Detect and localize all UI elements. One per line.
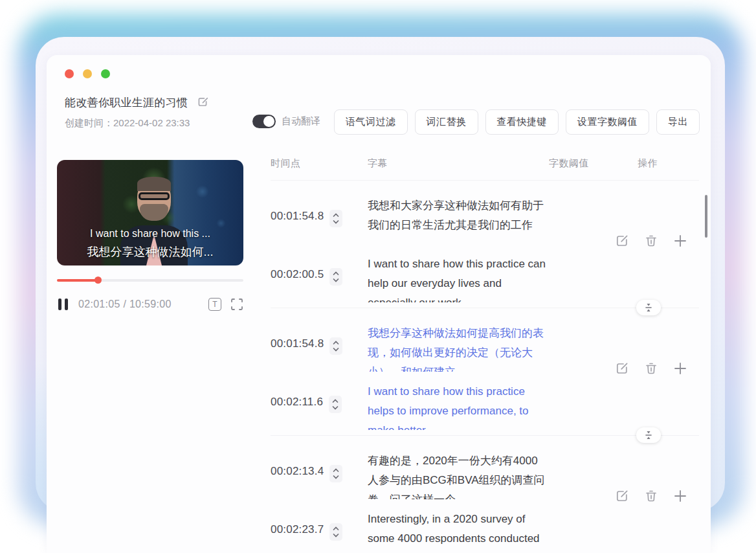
subtitle-text-zh[interactable]: 我想和大家分享这种做法如何有助于我们的日常生活尤其是我们的工作 bbox=[368, 196, 547, 244]
delete-row-icon[interactable] bbox=[644, 361, 658, 378]
subtitle-row-group-translated: 00:01:54.8 我想分享这种做法如何提高我们的表现，如何做出更好的决定（无… bbox=[271, 308, 699, 436]
edit-title-icon[interactable] bbox=[197, 96, 209, 111]
toolbar: 语气词过滤 词汇替换 查看快捷键 设置字数阈值 导出 bbox=[334, 109, 700, 135]
auto-translate-label: 自动翻译 bbox=[282, 115, 320, 128]
shortcut-help-button[interactable]: 查看快捷键 bbox=[485, 109, 559, 135]
edit-row-icon[interactable] bbox=[615, 234, 629, 251]
page-title: 能改善你职业生涯的习惯 bbox=[65, 95, 188, 110]
auto-translate-toggle[interactable] bbox=[252, 115, 276, 128]
timestamp: 00:01:54.8 bbox=[271, 337, 324, 350]
timestamp: 00:01:54.8 bbox=[271, 210, 324, 223]
row-actions bbox=[615, 361, 687, 378]
seek-bar[interactable] bbox=[57, 276, 243, 284]
timestamp: 00:02:23.7 bbox=[271, 523, 324, 536]
toggle-knob bbox=[263, 116, 274, 127]
minimize-window-button[interactable] bbox=[83, 69, 92, 78]
subtitle-text-zh[interactable]: 有趣的是，2020年一份大约有4000人参与的由BCG和BVA组织的调查问卷，问… bbox=[368, 451, 547, 499]
delete-row-icon[interactable] bbox=[644, 234, 658, 251]
video-subtitle-zh: 我想分享这种做法如何... bbox=[57, 242, 243, 262]
row-actions bbox=[615, 234, 687, 251]
maximize-window-button[interactable] bbox=[101, 69, 110, 78]
time-stepper[interactable] bbox=[329, 268, 342, 286]
edit-row-icon[interactable] bbox=[615, 361, 629, 378]
row-actions bbox=[615, 489, 687, 506]
edit-row-icon[interactable] bbox=[615, 489, 629, 506]
timestamp: 00:02:11.6 bbox=[271, 396, 323, 409]
column-header-threshold: 字数阈值 bbox=[549, 157, 589, 170]
column-header-actions: 操作 bbox=[638, 157, 658, 170]
timestamp: 00:02:13.4 bbox=[271, 465, 324, 478]
video-subtitle-en: I want to share how this ... bbox=[57, 225, 243, 242]
add-row-icon[interactable] bbox=[673, 234, 687, 251]
time-stepper[interactable] bbox=[329, 465, 342, 482]
export-button[interactable]: 导出 bbox=[656, 109, 700, 135]
video-player[interactable]: I want to share how this ... 我想分享这种做法如何.… bbox=[57, 160, 243, 265]
subtitle-table: 时间点 字幕 字数阈值 操作 00:01:54.8 我想和大家分享这种做法如何有… bbox=[271, 152, 699, 553]
playback-time: 02:01:05 / 10:59:00 bbox=[78, 299, 172, 310]
created-time: 创建时间：2022-04-02 23:33 bbox=[65, 117, 209, 130]
fullscreen-icon[interactable] bbox=[230, 298, 243, 311]
video-subtitle-overlay: I want to share how this ... 我想分享这种做法如何.… bbox=[57, 225, 243, 262]
window-controls bbox=[65, 69, 110, 78]
app-window: 能改善你职业生涯的习惯 创建时间：2022-04-02 23:33 自动翻译 语… bbox=[0, 0, 756, 553]
seek-fill bbox=[57, 279, 98, 282]
char-threshold-button[interactable]: 设置字数阈值 bbox=[566, 109, 649, 135]
time-stepper[interactable] bbox=[329, 523, 342, 541]
time-stepper[interactable] bbox=[329, 396, 342, 413]
subtitle-row-group: 00:02:13.4 有趣的是，2020年一份大约有4000人参与的由BCG和B… bbox=[271, 436, 699, 553]
table-scrollbar[interactable] bbox=[705, 195, 707, 238]
subtitle-text-en[interactable]: I want to share how this practice can he… bbox=[368, 254, 547, 302]
subtitle-row-group: 00:01:54.8 我想和大家分享这种做法如何有助于我们的日常生活尤其是我们的… bbox=[271, 181, 699, 308]
timestamp: 00:02:00.5 bbox=[271, 268, 324, 281]
add-row-icon[interactable] bbox=[673, 489, 687, 506]
word-replace-button[interactable]: 词汇替换 bbox=[415, 109, 478, 135]
column-header-subtitle: 字幕 bbox=[368, 157, 388, 170]
subtitle-text-en[interactable]: Interestingly, in a 2020 survey of some … bbox=[368, 510, 547, 553]
subtitle-text-en[interactable]: I want to share how this practice helps … bbox=[368, 382, 547, 430]
close-window-button[interactable] bbox=[65, 69, 74, 78]
column-header-time: 时间点 bbox=[271, 157, 301, 170]
subtitle-toggle-icon[interactable]: T bbox=[208, 298, 221, 311]
filler-word-filter-button[interactable]: 语气词过滤 bbox=[334, 109, 408, 135]
pause-button[interactable] bbox=[58, 299, 68, 310]
main-card: 能改善你职业生涯的习惯 创建时间：2022-04-02 23:33 自动翻译 语… bbox=[47, 55, 711, 553]
subtitle-text-zh[interactable]: 我想分享这种做法如何提高我们的表现，如何做出更好的决定（无论大小）、和如何建立 bbox=[368, 324, 547, 372]
delete-row-icon[interactable] bbox=[644, 489, 658, 506]
time-stepper[interactable] bbox=[329, 210, 342, 227]
time-stepper[interactable] bbox=[329, 337, 342, 355]
seek-handle[interactable] bbox=[94, 276, 102, 284]
add-row-icon[interactable] bbox=[673, 361, 687, 378]
